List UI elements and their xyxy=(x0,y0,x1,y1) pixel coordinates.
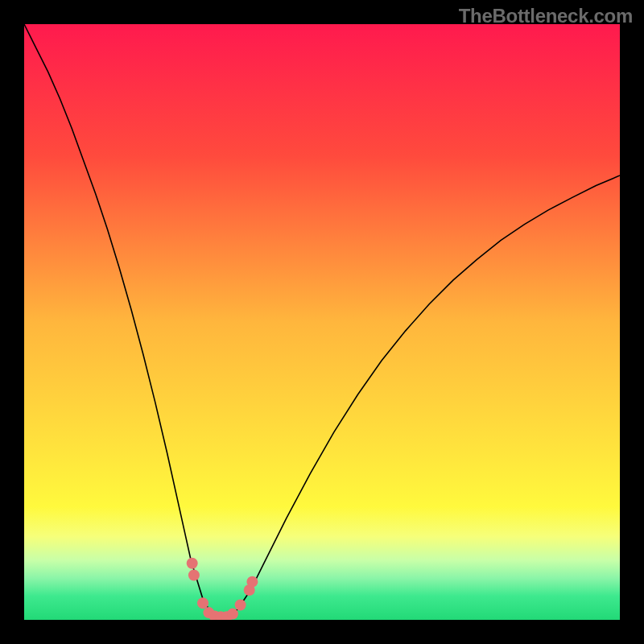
plot-area xyxy=(24,24,620,620)
gradient-background xyxy=(24,24,620,620)
highlight-dot xyxy=(235,600,246,611)
chart-svg xyxy=(24,24,620,620)
chart-frame: TheBottleneck.com xyxy=(0,0,644,644)
highlight-dot xyxy=(197,597,208,609)
highlight-dot xyxy=(227,609,238,620)
highlight-dot xyxy=(246,576,258,588)
highlight-dot xyxy=(187,558,198,569)
highlight-dot xyxy=(188,570,200,581)
